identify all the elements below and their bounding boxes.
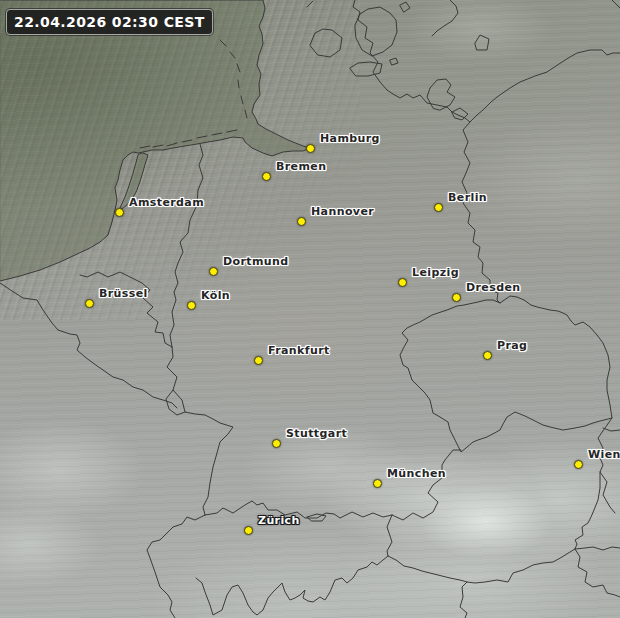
border-at-sk	[598, 418, 620, 513]
city-dot-wien	[574, 460, 583, 469]
border-nl-de	[170, 144, 203, 347]
city-label-koln: Köln	[201, 289, 230, 302]
city-dot-stuttgart	[272, 439, 281, 448]
island-bornholm	[475, 35, 489, 50]
city-label-leipzig: Leipzig	[412, 266, 459, 279]
city-dot-hamburg	[306, 144, 315, 153]
city-dot-munchen	[373, 479, 382, 488]
city-label-dortmund: Dortmund	[223, 255, 289, 268]
border-ch-fr	[147, 515, 205, 618]
city-dot-berlin	[434, 203, 443, 212]
weather-map: AmsterdamBrüsselKölnDortmundBremenHambur…	[0, 0, 620, 618]
border-it-at	[388, 549, 575, 583]
border-ch-at	[387, 515, 392, 556]
border-czech-outline	[400, 296, 612, 452]
city-label-bremen: Bremen	[276, 160, 326, 173]
city-label-berlin: Berlin	[448, 191, 487, 204]
border-si-hr	[575, 549, 620, 597]
timestamp-text: 22.04.2026 02:30 CEST	[14, 14, 205, 30]
borders-overlay	[0, 0, 620, 618]
north-sea-coastline	[0, 0, 310, 281]
baltic-coastline	[387, 50, 620, 122]
city-label-munchen: München	[387, 467, 446, 480]
city-dot-leipzig	[398, 278, 407, 287]
city-dot-prag	[483, 351, 492, 360]
city-label-dresden: Dresden	[466, 281, 521, 294]
border-hu-si	[575, 547, 620, 550]
island-moen	[390, 58, 398, 65]
border-west-germany	[167, 347, 233, 515]
city-dot-bremen	[262, 172, 271, 181]
border-de-pl	[462, 122, 500, 303]
border-de-at	[392, 450, 461, 520]
city-dot-amsterdam	[115, 208, 124, 217]
border-be-nl	[80, 272, 172, 347]
city-label-hamburg: Hamburg	[320, 132, 380, 145]
island-sjaelland	[355, 7, 397, 56]
border-ch-it	[196, 556, 388, 615]
city-dot-brussel	[85, 299, 94, 308]
city-label-zurich: Zürich	[258, 514, 300, 527]
city-label-hannover: Hannover	[311, 205, 374, 218]
sweden-coast	[432, 0, 620, 36]
city-dot-zurich	[244, 526, 253, 535]
city-dot-dortmund	[209, 267, 218, 276]
city-dot-hannover	[297, 217, 306, 226]
city-label-amsterdam: Amsterdam	[129, 196, 204, 209]
city-label-stuttgart: Stuttgart	[286, 427, 347, 440]
city-label-wien: Wien	[588, 448, 620, 461]
island-fyn	[310, 29, 342, 57]
city-label-brussel: Brüssel	[99, 287, 148, 300]
border-si-it	[460, 582, 467, 618]
city-dot-dresden	[452, 293, 461, 302]
city-dot-koln	[187, 301, 196, 310]
city-label-prag: Prag	[497, 339, 527, 352]
city-label-frankfurt: Frankfurt	[268, 344, 330, 357]
border-at-hu	[575, 472, 600, 549]
timestamp-badge: 22.04.2026 02:30 CEST	[6, 9, 213, 35]
city-dot-frankfurt	[254, 356, 263, 365]
